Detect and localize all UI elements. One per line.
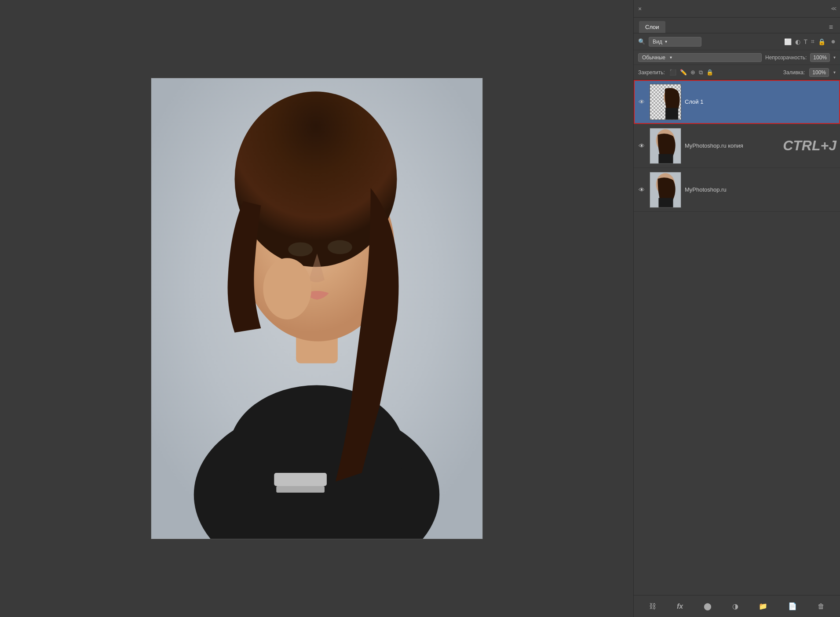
layer-item[interactable]: 👁 MyPhotoshop.ru: [634, 168, 840, 212]
visibility-toggle-layer3[interactable]: 👁: [637, 185, 646, 194]
layer-thumbnail-layer3: [650, 172, 681, 208]
fill-input[interactable]: 100%: [809, 68, 829, 77]
new-layer-icon[interactable]: 📄: [785, 600, 800, 612]
svg-rect-13: [665, 108, 678, 119]
lock-transparent-icon[interactable]: ⬛: [669, 69, 676, 76]
tab-layers[interactable]: Слои: [639, 21, 665, 33]
panel-menu-icon[interactable]: ≡: [827, 22, 835, 33]
panel-tabs: Слои ≡: [634, 18, 840, 33]
fill-chevron[interactable]: ▾: [833, 70, 836, 75]
svg-rect-19: [658, 198, 673, 207]
layer-thumbnail-layer1: [650, 84, 681, 120]
opacity-label: Непрозрачность:: [765, 54, 807, 61]
visibility-toggle-layer1[interactable]: 👁: [637, 98, 646, 106]
layers-list: 👁 Слой 1 👁: [634, 80, 840, 595]
new-fill-icon[interactable]: ◑: [729, 600, 742, 612]
eye-icon: 👁: [639, 186, 645, 193]
filter-row: 🔍 Вид ▾ ⬜ ◐ T ⌗ 🔒 ●: [634, 33, 840, 50]
type-filter-icon[interactable]: T: [804, 38, 808, 45]
fill-label: Заливка:: [783, 69, 805, 76]
smart-filter-icon[interactable]: 🔒: [818, 38, 825, 45]
panel-header: × <<: [634, 0, 840, 18]
lock-label: Закрепить:: [638, 69, 665, 76]
layer-name-layer1: Слой 1: [685, 98, 836, 105]
eye-icon: 👁: [639, 98, 645, 105]
new-group-icon[interactable]: 📁: [755, 600, 771, 612]
eye-icon: 👁: [639, 142, 645, 149]
svg-point-7: [327, 240, 352, 254]
lock-position-icon[interactable]: ⊕: [690, 69, 695, 76]
ctrl-j-annotation: CTRL+J: [783, 138, 836, 154]
image-filter-icon[interactable]: ⬜: [784, 38, 792, 45]
svg-point-6: [288, 242, 313, 256]
add-mask-icon[interactable]: ⬤: [700, 600, 715, 612]
filter-icons: ⬜ ◐ T ⌗ 🔒 ●: [784, 37, 836, 46]
lock-artboard-icon[interactable]: ⧉: [699, 69, 703, 76]
opacity-chevron[interactable]: ▾: [833, 55, 836, 60]
panel-footer: ⛓ fx ⬤ ◑ 📁 📄 🗑: [634, 595, 840, 617]
opacity-input[interactable]: 100%: [810, 53, 830, 62]
visibility-toggle-layer2[interactable]: 👁: [637, 142, 646, 150]
shape-filter-icon[interactable]: ⌗: [811, 38, 814, 45]
link-layers-icon[interactable]: ⛓: [646, 601, 660, 612]
layers-panel: × << Слои ≡ 🔍 Вид ▾ ⬜ ◐ T ⌗ 🔒 ●: [633, 0, 840, 617]
lock-pixels-icon[interactable]: ✏️: [680, 69, 687, 76]
lock-icons: ⬛ ✏️ ⊕ ⧉ 🔒: [669, 69, 713, 76]
canvas-area: [0, 0, 633, 617]
svg-point-8: [263, 258, 311, 319]
layer-item[interactable]: 👁 Слой 1: [634, 80, 840, 124]
layer-item[interactable]: 👁 MyPhotoshop.ru копия CTRL+J: [634, 124, 840, 168]
blend-row: Обычные ▾ Непрозрачность: 100% ▾: [634, 50, 840, 65]
lock-row: Закрепить: ⬛ ✏️ ⊕ ⧉ 🔒 Заливка: 100% ▾: [634, 65, 840, 80]
delete-layer-icon[interactable]: 🗑: [814, 601, 828, 612]
svg-rect-10: [276, 486, 325, 493]
layer-name-layer3: MyPhotoshop.ru: [685, 186, 836, 193]
lock-all-icon[interactable]: 🔒: [706, 69, 713, 76]
filter-dropdown[interactable]: Вид ▾: [649, 37, 701, 47]
close-icon[interactable]: ×: [638, 5, 642, 12]
collapse-icon[interactable]: <<: [831, 6, 836, 12]
adjustment-filter-icon[interactable]: ◐: [795, 38, 800, 45]
fx-icon[interactable]: fx: [673, 601, 687, 612]
blend-mode-dropdown[interactable]: Обычные ▾: [638, 53, 762, 62]
svg-rect-9: [274, 473, 327, 486]
svg-rect-16: [658, 154, 673, 163]
photo-canvas: [151, 78, 483, 539]
layer-name-layer2: MyPhotoshop.ru копия: [685, 142, 779, 149]
filter-dot: ●: [831, 37, 836, 46]
search-icon: 🔍: [638, 38, 645, 45]
layer-thumbnail-layer2: [650, 128, 681, 164]
